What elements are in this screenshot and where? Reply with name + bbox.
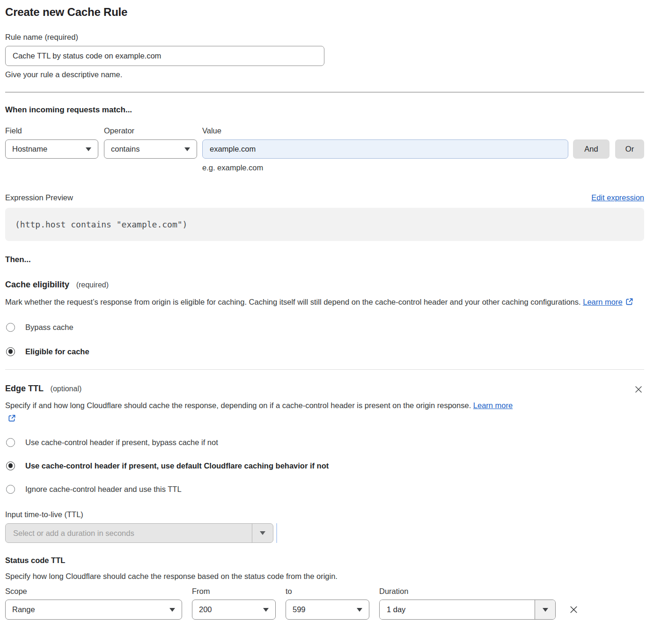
status-code-ttl-title: Status code TTL bbox=[5, 556, 644, 565]
ttl-input-label: Input time-to-live (TTL) bbox=[5, 510, 644, 519]
rule-name-label: Rule name (required) bbox=[5, 32, 644, 42]
rule-name-input[interactable] bbox=[5, 46, 324, 66]
status-code-ttl-row: Range 200 599 bbox=[5, 600, 644, 620]
field-select[interactable]: Hostname bbox=[5, 139, 98, 159]
chevron-down-icon bbox=[263, 608, 269, 612]
radio-label: Use cache-control header if present, byp… bbox=[25, 437, 218, 447]
radio-label: Use cache-control header if present, use… bbox=[25, 461, 329, 471]
radio-bypass-cache[interactable]: Bypass cache bbox=[5, 322, 644, 332]
expression-preview-box: (http.host contains "example.com") bbox=[5, 208, 644, 241]
to-select[interactable]: 599 bbox=[286, 600, 369, 620]
or-button[interactable]: Or bbox=[615, 139, 644, 159]
radio-icon bbox=[6, 485, 15, 494]
edge-ttl-header: Edge TTL (optional) bbox=[5, 384, 81, 394]
and-button[interactable]: And bbox=[573, 139, 610, 159]
from-select[interactable]: 200 bbox=[192, 600, 276, 620]
page-title: Create new Cache Rule bbox=[5, 6, 644, 19]
radio-icon bbox=[6, 323, 15, 332]
operator-select-value: contains bbox=[111, 145, 140, 154]
edge-ttl-title: Edge TTL bbox=[5, 384, 44, 393]
scope-select-value: Range bbox=[12, 605, 35, 614]
duration-label: Duration bbox=[379, 586, 556, 596]
ttl-select-focus-bar bbox=[276, 523, 277, 543]
radio-label: Ignore cache-control header and use this… bbox=[25, 484, 182, 494]
status-row-delete-button[interactable] bbox=[568, 604, 580, 615]
match-condition-row: Field Hostname Operator contains Value e… bbox=[5, 126, 644, 172]
status-code-ttl-description: Specify how long Cloudflare should cache… bbox=[5, 571, 644, 581]
from-label: From bbox=[192, 586, 276, 596]
edge-ttl-badge: (optional) bbox=[51, 385, 82, 393]
value-help: e.g. example.com bbox=[202, 163, 568, 172]
to-select-value: 599 bbox=[293, 605, 306, 614]
expression-code: (http.host contains "example.com") bbox=[15, 220, 187, 229]
radio-label: Eligible for cache bbox=[25, 346, 89, 357]
duration-input[interactable] bbox=[380, 600, 535, 619]
cache-eligibility-description: Mark whether the request’s response from… bbox=[5, 295, 637, 309]
rule-name-help: Give your rule a descriptive name. bbox=[5, 70, 644, 79]
scope-label: Scope bbox=[5, 586, 182, 596]
from-select-value: 200 bbox=[199, 605, 212, 614]
to-label: to bbox=[286, 586, 369, 596]
value-label: Value bbox=[202, 126, 568, 135]
radio-icon bbox=[6, 438, 15, 447]
cache-eligibility-title: Cache eligibility bbox=[5, 280, 69, 289]
field-select-value: Hostname bbox=[12, 145, 47, 154]
expression-preview-label: Expression Preview bbox=[5, 193, 73, 202]
chevron-down-icon bbox=[169, 608, 175, 612]
chevron-down-icon bbox=[184, 147, 190, 151]
chevron-down-icon bbox=[260, 531, 265, 535]
radio-eligible-for-cache[interactable]: Eligible for cache bbox=[5, 346, 644, 357]
cache-eligibility-header: Cache eligibility (required) bbox=[5, 280, 644, 290]
edge-ttl-description-text: Specify if and how long Cloudflare shoul… bbox=[5, 401, 471, 410]
section-divider bbox=[5, 369, 644, 370]
radio-ignore-cache-control[interactable]: Ignore cache-control header and use this… bbox=[5, 484, 644, 494]
radio-icon bbox=[6, 461, 15, 470]
create-cache-rule-form: Create new Cache Rule Rule name (require… bbox=[5, 6, 644, 620]
external-link-icon bbox=[8, 413, 16, 426]
cache-eligibility-learn-more-link[interactable]: Learn more bbox=[583, 298, 622, 306]
edit-expression-link[interactable]: Edit expression bbox=[591, 193, 644, 202]
cache-eligibility-badge: (required) bbox=[76, 281, 109, 289]
radio-icon bbox=[6, 347, 15, 356]
field-column: Field Hostname bbox=[5, 126, 98, 172]
ttl-select-arrow[interactable] bbox=[252, 524, 273, 542]
edge-ttl-learn-more-link[interactable]: Learn more bbox=[473, 401, 513, 410]
operator-select[interactable]: contains bbox=[104, 139, 197, 159]
cache-eligibility-description-text: Mark whether the request’s response from… bbox=[5, 298, 581, 306]
then-heading: Then... bbox=[5, 255, 644, 264]
ttl-duration-select[interactable]: Select or add a duration in seconds bbox=[5, 523, 273, 543]
section-divider bbox=[5, 92, 644, 93]
external-link-icon bbox=[625, 296, 633, 309]
chevron-down-icon bbox=[543, 608, 548, 612]
radio-cache-control-bypass[interactable]: Use cache-control header if present, byp… bbox=[5, 437, 644, 447]
edge-ttl-close-button[interactable] bbox=[633, 384, 644, 395]
ttl-select-placeholder: Select or add a duration in seconds bbox=[6, 529, 252, 538]
operator-label: Operator bbox=[104, 126, 197, 135]
chevron-down-icon bbox=[357, 608, 362, 612]
radio-cache-control-default[interactable]: Use cache-control header if present, use… bbox=[5, 461, 644, 471]
radio-label: Bypass cache bbox=[25, 322, 73, 332]
value-input[interactable] bbox=[202, 139, 568, 159]
duration-dropdown-button[interactable] bbox=[535, 600, 555, 619]
value-column: Value e.g. example.com bbox=[202, 126, 568, 172]
duration-combobox bbox=[379, 600, 556, 620]
close-icon bbox=[634, 385, 643, 394]
scope-select[interactable]: Range bbox=[5, 600, 182, 620]
operator-column: Operator contains bbox=[104, 126, 197, 172]
field-label: Field bbox=[5, 126, 98, 135]
match-heading: When incoming requests match... bbox=[5, 105, 644, 115]
or-button-wrap: Or bbox=[615, 139, 644, 172]
close-icon bbox=[569, 605, 579, 615]
edge-ttl-description: Specify if and how long Cloudflare shoul… bbox=[5, 399, 522, 426]
chevron-down-icon bbox=[86, 147, 91, 151]
and-button-wrap: And bbox=[573, 139, 610, 172]
